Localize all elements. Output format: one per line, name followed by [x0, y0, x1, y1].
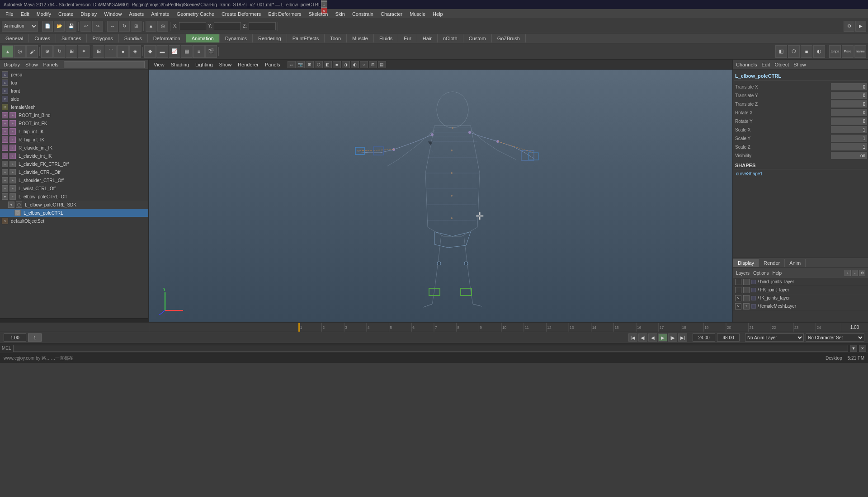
camera-sequencer-button[interactable]: 🎬 [205, 45, 217, 58]
character-set-selector[interactable]: No Character Set [806, 333, 864, 342]
menu-file[interactable]: File [2, 10, 17, 18]
tab-animation[interactable]: Animation [186, 34, 220, 42]
vp-cam-button[interactable]: 📷 [297, 61, 305, 68]
vp-grid-button[interactable]: ⊞ [306, 61, 314, 68]
shading-button[interactable]: ◧ [775, 45, 787, 58]
snap-point-tool[interactable]: ● [117, 45, 129, 58]
menu-animate[interactable]: Animate [147, 10, 173, 18]
outliner-item-lclavide[interactable]: + + L_clavide_int_IK [0, 152, 148, 160]
mode-selector[interactable]: Animation [2, 21, 38, 32]
texture-button[interactable]: ■ [801, 45, 812, 58]
snap-view-tool[interactable]: ◈ [129, 45, 141, 58]
menu-constrain[interactable]: Constrain [349, 10, 377, 18]
new-layer-button[interactable]: + [844, 270, 851, 276]
vp-home-button[interactable]: ⌂ [288, 61, 296, 68]
tab-fur[interactable]: Fur [398, 34, 417, 42]
render-tab[interactable]: Render [759, 259, 785, 267]
layer-type-toggle[interactable] [743, 287, 750, 293]
new-scene-button[interactable]: 📄 [42, 21, 53, 32]
trax-editor-button[interactable]: ≡ [193, 45, 205, 58]
outliner-item-lshoulder[interactable]: + + L_shoulder_CTRL_Off [0, 176, 148, 184]
shading-menu[interactable]: Shading [168, 62, 192, 67]
universal-tool[interactable]: ✦ [78, 45, 90, 58]
redo-button[interactable]: ↪ [92, 21, 103, 32]
tab-custom[interactable]: Custom [463, 34, 492, 42]
step-back-button[interactable]: ◀| [638, 333, 647, 342]
end-frame-input[interactable] [693, 333, 715, 342]
outliner-item-lhip[interactable]: + + L_hip_int_IK [0, 127, 148, 136]
help-menu[interactable]: Help [772, 271, 782, 276]
menu-display[interactable]: Display [77, 10, 100, 18]
outliner-resize-handle[interactable] [0, 318, 148, 322]
vp-light-button[interactable]: ◑ [342, 61, 350, 68]
move-tool-button[interactable]: ↔ [107, 21, 118, 32]
layer-vis-toggle[interactable] [735, 287, 741, 293]
menu-create[interactable]: Create [55, 10, 77, 18]
tab-subdivs[interactable]: Subdivs [119, 34, 148, 42]
rotate-tool-button[interactable]: ↻ [119, 21, 130, 32]
light-button[interactable]: ◐ [813, 45, 825, 58]
outliner-display-menu[interactable]: Display [4, 62, 20, 67]
3d-viewport[interactable]: ✛ X Y Z [149, 70, 732, 322]
tab-polygons[interactable]: Polygons [87, 34, 118, 42]
total-frames-input[interactable] [717, 333, 740, 342]
outliner-item-lwrist[interactable]: + + L_wrist_CTRL_Off [0, 184, 148, 192]
play-forward-button[interactable]: ▶ [658, 333, 667, 342]
menu-geometry-cache[interactable]: Geometry Cache [173, 10, 218, 18]
name-button[interactable]: name [854, 45, 866, 58]
visibility-value[interactable] [831, 152, 867, 159]
outliner-item-persp[interactable]: C persp [0, 70, 148, 79]
tab-rendering[interactable]: Rendering [253, 34, 287, 42]
outliner-item-lelbow-sdk[interactable]: ▼ ◯ L_elbow_poleCTRL_SDK [0, 201, 148, 209]
options-layer-button[interactable]: ⚙ [859, 270, 865, 276]
rotate-y-value[interactable] [831, 117, 867, 125]
timeline-ruler[interactable]: 1 2 3 4 5 6 7 8 9 10 11 12 13 1 [298, 323, 841, 332]
outliner-item-rclavide[interactable]: + + R_clavide_int_IK [0, 144, 148, 152]
vp-hud-button[interactable]: ⊟ [369, 61, 377, 68]
unpa-button[interactable]: Unpa [829, 45, 841, 58]
layer-type-toggle[interactable] [743, 279, 750, 285]
channels-menu[interactable]: Channels [736, 62, 757, 67]
tab-paint-effects[interactable]: PaintEffects [287, 34, 325, 42]
graph-editor-button[interactable]: 📈 [169, 45, 180, 58]
layer-type-toggle[interactable]: T [743, 303, 750, 309]
paint-select-tool[interactable]: 🖌 [26, 45, 38, 58]
outliner-item-default-set[interactable]: S defaultObjectSet [0, 217, 148, 225]
current-frame-input[interactable] [28, 333, 42, 342]
mel-history-button[interactable]: ▼ [850, 345, 857, 352]
scale-x-value[interactable] [831, 126, 867, 133]
view-menu[interactable]: View [151, 62, 167, 67]
tab-fluids[interactable]: Fluids [374, 34, 398, 42]
menu-help[interactable]: Help [429, 10, 447, 18]
menu-character[interactable]: Character [377, 10, 406, 18]
tab-deformation[interactable]: Deformation [148, 34, 186, 42]
dope-sheet-button[interactable]: ▤ [181, 45, 193, 58]
vp-wire-button[interactable]: ⬡ [315, 61, 323, 68]
set-key-button[interactable]: ◆ [144, 45, 156, 58]
vp-toggle-button[interactable]: ▤ [378, 61, 386, 68]
tab-toon[interactable]: Toon [325, 34, 347, 42]
tab-muscle[interactable]: Muscle [347, 34, 374, 42]
outliner-item-lclavide-ctrl[interactable]: + + L_clavide_CTRL_Off [0, 168, 148, 176]
delete-layer-button[interactable]: - [852, 270, 858, 276]
menu-create-deformers[interactable]: Create Deformers [218, 10, 264, 18]
outliner-item-root-bind[interactable]: + + ROOT_int_Bind [0, 111, 148, 119]
renderer-menu[interactable]: Renderer [235, 62, 261, 67]
lighting-menu[interactable]: Lighting [193, 62, 216, 67]
show-menu[interactable]: Show [793, 62, 806, 67]
outliner-panels-menu[interactable]: Panels [43, 62, 59, 67]
outliner-search-input[interactable] [64, 61, 145, 68]
select-arrow-tool[interactable]: ▲ [2, 45, 14, 58]
vp-shadow-button[interactable]: ◐ [351, 61, 359, 68]
outliner-item-lelbow-off[interactable]: ▼ + L_elbow_poleCTRL_Off [0, 192, 148, 201]
outliner-show-menu[interactable]: Show [25, 62, 38, 67]
outliner-item-side[interactable]: C side [0, 95, 148, 103]
menu-skin[interactable]: Skin [331, 10, 348, 18]
y-input[interactable] [214, 22, 241, 30]
menu-edit[interactable]: Edit [17, 10, 33, 18]
anim-tab[interactable]: Anim [785, 259, 806, 267]
scale-tool-button[interactable]: ⊞ [131, 21, 142, 32]
play-back-button[interactable]: ◀ [648, 333, 657, 342]
vp-texture-button[interactable]: ■ [333, 61, 341, 68]
translate-y-value[interactable] [831, 92, 867, 99]
